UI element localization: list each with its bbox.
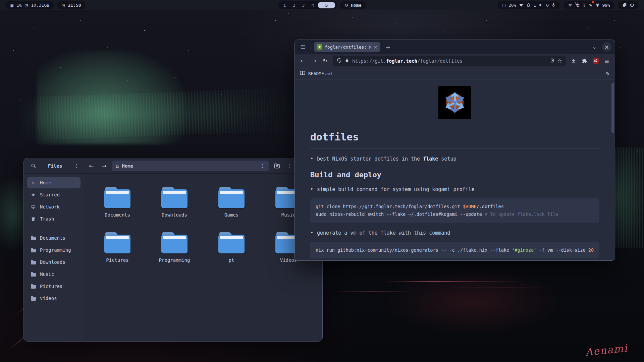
sidebar-item-downloads[interactable]: Downloads — [27, 256, 80, 268]
edit-icon[interactable]: ✎ — [605, 71, 610, 77]
power-icon[interactable] — [630, 3, 634, 7]
path-menu-icon[interactable]: ⋮ — [260, 163, 265, 169]
workspace-5-active[interactable]: 5 — [318, 2, 335, 8]
sidebar-item-music[interactable]: Music — [27, 268, 80, 280]
forward-icon[interactable]: → — [99, 161, 109, 171]
search-icon[interactable] — [29, 161, 39, 171]
sidebar-item-documents[interactable]: Documents — [27, 232, 80, 244]
workspace-4[interactable]: 4 — [309, 3, 317, 8]
artist-signature: Aenami — [585, 342, 629, 358]
title-divider — [310, 148, 599, 148]
vm-code-block[interactable]: nix run github:nix-community/nixos-gener… — [310, 242, 599, 258]
folder-item-pt[interactable]: pt — [205, 232, 258, 263]
reload-icon[interactable]: ↻ — [320, 56, 330, 66]
forward-icon[interactable]: → — [309, 56, 319, 66]
folder-item-programming[interactable]: Programming — [148, 232, 201, 263]
reader-mode-icon[interactable] — [550, 58, 554, 64]
folder-search-icon[interactable] — [272, 161, 282, 171]
browser-tab-bar: foglar/dotfiles: My × + ⌄ × — [295, 40, 615, 54]
logo-row — [310, 86, 599, 119]
lock-icon[interactable] — [345, 58, 349, 64]
section-heading: Build and deploy — [310, 171, 599, 179]
cpu-usage: 1% — [16, 3, 22, 8]
folder-icon — [31, 272, 36, 277]
folder-item-downloads[interactable]: Downloads — [148, 187, 201, 218]
topbar-left: ▣ 1% ◔ 10.31GB ◷ 21:58 — [5, 1, 86, 9]
tab-title: foglar/dotfiles: My — [325, 45, 371, 50]
back-icon[interactable]: ← — [86, 161, 96, 171]
home-icon: ⌂ — [116, 163, 119, 169]
files-toolbar: ← → ⌂ Home ⋮ ⋮ — [84, 161, 322, 171]
clock-icon: ◷ — [61, 3, 65, 8]
files-window: Files ⋮ ← → ⌂ Home ⋮ ⋮ ⌂ Home ★ — [23, 158, 323, 342]
sidebar-divider — [29, 228, 79, 228]
url-text: https://git.foglar.tech/foglar/dotfiles — [352, 58, 463, 64]
hardware-status-pill[interactable]: ○ 20% 1 0 — [498, 1, 560, 9]
sidebar-item-starred[interactable]: ★ Starred — [27, 189, 80, 200]
new-tab-icon[interactable]: + — [383, 42, 393, 52]
sidebar-item-network[interactable]: Network — [27, 201, 80, 213]
sidebar-label: Network — [40, 204, 60, 209]
folder-item-documents[interactable]: Documents — [91, 187, 144, 218]
kebab-menu-icon[interactable]: ⋮ — [71, 161, 82, 171]
workspace-2[interactable]: 2 — [290, 3, 299, 8]
url-bar[interactable]: https://git.foglar.tech/foglar/dotfiles … — [333, 56, 566, 66]
extensions-icon[interactable] — [580, 56, 589, 66]
downloads-icon[interactable] — [569, 56, 578, 66]
menu-icon[interactable]: ≡ — [602, 56, 611, 66]
workspace-3[interactable]: 3 — [299, 3, 308, 8]
clipboard-icon[interactable] — [622, 3, 627, 7]
files-header-left: Files ⋮ — [24, 161, 84, 171]
folder-icon — [218, 187, 245, 208]
device-battery-value: 1 — [533, 3, 536, 8]
tracking-shield-icon[interactable] — [337, 58, 342, 64]
sidebar-item-home[interactable]: ⌂ Home — [27, 177, 80, 188]
sidebar-item-pictures[interactable]: Pictures — [27, 281, 80, 292]
workspaces: 1 2 3 4 5 — [278, 1, 337, 9]
folder-label: Documents — [91, 212, 144, 218]
path-bar[interactable]: ⌂ Home ⋮ — [112, 161, 269, 171]
brightness-value: 20% — [508, 3, 516, 8]
path-label: Home — [122, 163, 133, 169]
files-body: ⌂ Home ★ Starred Network Trash — [24, 174, 322, 341]
tab-close-icon[interactable]: × — [374, 45, 377, 50]
tab-foglar-dotfiles[interactable]: foglar/dotfiles: My × — [314, 42, 380, 52]
folder-icon — [31, 248, 36, 252]
window-close-icon[interactable]: × — [602, 42, 611, 52]
trash-icon — [31, 217, 36, 222]
view-menu-icon[interactable]: ⋮ — [285, 161, 295, 171]
folder-icon — [31, 260, 36, 264]
build-code-block[interactable]: git clone https://git.foglar.tech/foglar… — [310, 198, 599, 223]
folder-label: Games — [205, 212, 258, 218]
readme-header: README.md ✎ — [295, 68, 615, 79]
sidebar-label: Pictures — [40, 284, 62, 289]
workspace-1[interactable]: 1 — [280, 3, 289, 8]
tabs-dropdown-icon[interactable]: ⌄ — [590, 42, 599, 52]
ublock-icon[interactable]: uO — [591, 56, 600, 66]
scrollbar-thumb[interactable] — [611, 83, 614, 133]
sidebar-label: Documents — [40, 235, 65, 241]
bookmark-star-icon[interactable]: ☆ — [557, 58, 562, 64]
clock-pill[interactable]: ◷ 21:58 — [57, 1, 85, 9]
clock-time: 21:58 — [68, 3, 81, 8]
app-tray-icon: UC — [575, 3, 580, 8]
mode-pill[interactable]: ⚙ Home — [340, 1, 366, 9]
device-battery-icon — [526, 3, 531, 7]
sidebar-label: Home — [40, 180, 51, 185]
sidebar-toggle-icon[interactable] — [298, 42, 308, 52]
system-stats-pill[interactable]: ▣ 1% ◔ 10.31GB — [5, 1, 54, 9]
nixos-logo[interactable] — [438, 86, 471, 119]
sidebar-label: Programming — [40, 247, 71, 253]
folder-item-pictures[interactable]: Pictures — [91, 232, 144, 263]
build-bullet: • simple build command for system using … — [310, 186, 599, 192]
system-tray-pill[interactable]: UC ᛒ ∿ 99% — [564, 1, 614, 9]
folder-item-games[interactable]: Games — [205, 187, 258, 218]
back-icon[interactable]: ← — [298, 56, 308, 66]
top-bar: ▣ 1% ◔ 10.31GB ◷ 21:58 1 2 3 4 5 ⚙ Home … — [0, 0, 644, 10]
sidebar-item-programming[interactable]: Programming — [27, 244, 80, 256]
folder-icon — [31, 284, 36, 289]
files-sidebar: ⌂ Home ★ Starred Network Trash — [24, 174, 84, 341]
sidebar-item-trash[interactable]: Trash — [27, 213, 80, 225]
memory-gauge-icon: ◔ — [24, 3, 28, 8]
sidebar-item-videos[interactable]: Videos — [27, 293, 80, 304]
